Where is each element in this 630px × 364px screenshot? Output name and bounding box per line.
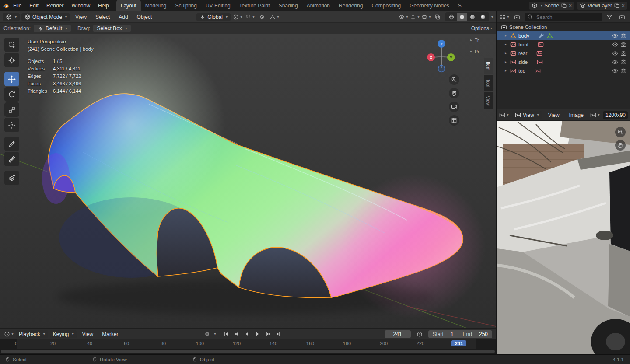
disclosure-icon[interactable]: ▸: [504, 52, 508, 55]
image-editor-type-button[interactable]: ▾: [499, 111, 509, 119]
toggle-xray-button[interactable]: [432, 13, 443, 21]
ortho-toggle-button[interactable]: [449, 115, 459, 126]
search-input[interactable]: [536, 14, 599, 20]
snap-magnet-button[interactable]: ▾: [245, 13, 255, 21]
axis-negz-handle[interactable]: [438, 66, 445, 72]
collapsed-panel-pr[interactable]: ▸ Pr: [469, 49, 480, 54]
image-mode-selector[interactable]: View ▾: [512, 111, 542, 119]
menu-file[interactable]: File: [9, 1, 25, 10]
start-frame-field[interactable]: Start 1: [428, 330, 458, 338]
workspace-tab-layout[interactable]: Layout: [116, 0, 141, 11]
menu-select[interactable]: Select: [92, 13, 113, 21]
shading-rendered-button[interactable]: [478, 13, 488, 21]
zoom-button[interactable]: [449, 74, 459, 85]
pan-hand-button[interactable]: [449, 88, 459, 98]
scene-selector[interactable]: ▾ Scene ×: [529, 2, 574, 10]
render-camera-icon[interactable]: [620, 33, 626, 39]
image-menu-view[interactable]: View: [545, 111, 563, 119]
workspace-tab-compositing[interactable]: Compositing: [367, 0, 405, 11]
disclosure-icon[interactable]: ▸: [504, 69, 508, 73]
menu-render[interactable]: Render: [42, 1, 67, 10]
sidebar-tab-tool[interactable]: Tool: [484, 75, 493, 91]
workspace-tab-rendering[interactable]: Rendering: [334, 0, 367, 11]
outliner-row-scene-collection[interactable]: Scene Collection: [497, 23, 630, 32]
workspace-tab-texture-paint[interactable]: Texture Paint: [235, 0, 274, 11]
hide-eye-icon[interactable]: [612, 68, 618, 74]
outliner-display-mode-button[interactable]: [512, 13, 522, 21]
select-box-tool[interactable]: [4, 38, 19, 52]
proportional-falloff-button[interactable]: ▾: [269, 13, 280, 21]
jump-to-start-button[interactable]: [221, 330, 231, 339]
hide-eye-icon[interactable]: [612, 33, 618, 39]
filter-button[interactable]: [604, 13, 615, 21]
camera-view-button[interactable]: [449, 102, 459, 112]
workspace-tab-animation[interactable]: Animation: [302, 0, 334, 11]
outliner-row-rear[interactable]: ▸ rear: [497, 49, 630, 58]
disclosure-icon[interactable]: ▸: [504, 34, 508, 38]
pivot-point-button[interactable]: ▾: [232, 13, 243, 21]
render-camera-icon[interactable]: [620, 68, 626, 74]
outliner-editor-type-button[interactable]: ▾: [499, 13, 510, 21]
keying-dropdown[interactable]: Keying ▾: [50, 330, 77, 338]
shading-solid-button[interactable]: [457, 13, 467, 21]
end-frame-field[interactable]: End 250: [458, 330, 492, 338]
3d-viewport[interactable]: User Perspective (241) Scene Collection …: [0, 34, 496, 328]
workspace-tab-modeling[interactable]: Modeling: [141, 0, 171, 11]
browse-image-button[interactable]: ▾: [590, 111, 600, 119]
annotate-tool[interactable]: [4, 136, 19, 151]
sidebar-tab-view[interactable]: View: [484, 92, 493, 110]
car-model[interactable]: [37, 34, 486, 318]
timeline-scrollbar[interactable]: [0, 349, 496, 354]
disclosure-icon[interactable]: ▸: [504, 43, 508, 46]
shading-dropdown-icon[interactable]: ▾: [491, 15, 493, 19]
timeline-menu-view[interactable]: View: [78, 330, 97, 338]
image-menu-image[interactable]: Image: [566, 111, 587, 119]
workspace-tab-uv-editing[interactable]: UV Editing: [201, 0, 235, 11]
image-zoom-button[interactable]: [615, 127, 626, 137]
shading-material-button[interactable]: [467, 13, 478, 21]
unlink-scene-icon[interactable]: ×: [569, 3, 572, 8]
play-reverse-button[interactable]: [242, 330, 252, 339]
mode-selector[interactable]: Object Mode ▾: [21, 13, 70, 21]
hide-eye-icon[interactable]: [612, 59, 618, 65]
collapsed-panel-tr[interactable]: ▸ Tr: [469, 38, 479, 43]
prev-keyframe-button[interactable]: [232, 330, 242, 339]
orientation-dropdown[interactable]: Default ▾: [34, 24, 71, 32]
render-camera-icon[interactable]: [620, 50, 626, 56]
move-tool[interactable]: [4, 72, 19, 86]
auto-keying-button[interactable]: [203, 330, 212, 339]
menu-add[interactable]: Add: [115, 13, 131, 21]
editor-type-button[interactable]: ▾: [3, 13, 20, 21]
remove-viewlayer-icon[interactable]: ×: [622, 3, 625, 8]
workspace-tab-sculpting[interactable]: Sculpting: [171, 0, 201, 11]
workspace-tab-scripting[interactable]: S: [454, 0, 466, 11]
next-keyframe-button[interactable]: [263, 330, 273, 339]
options-dropdown[interactable]: Options ▾: [471, 25, 492, 32]
menu-view[interactable]: View: [72, 13, 90, 21]
show-overlays-button[interactable]: ▾: [421, 13, 431, 21]
shading-wireframe-button[interactable]: [446, 13, 457, 21]
scrollbar-handle[interactable]: [1, 350, 495, 353]
scale-tool[interactable]: [4, 102, 19, 117]
measure-tool[interactable]: [4, 152, 19, 166]
viewlayer-selector[interactable]: ViewLayer ×: [577, 2, 627, 10]
rotate-tool[interactable]: [4, 87, 19, 102]
image-pan-hand-button[interactable]: [615, 140, 626, 150]
new-scene-icon[interactable]: [561, 3, 567, 9]
navigation-gizmo[interactable]: Z X Y: [425, 38, 458, 74]
menu-edit[interactable]: Edit: [25, 1, 42, 10]
workspace-tab-shading[interactable]: Shading: [274, 0, 302, 11]
playback-dropdown[interactable]: Playback ▾: [16, 330, 48, 338]
object-visibility-button[interactable]: ▾: [398, 13, 409, 21]
disclosure-icon[interactable]: ▸: [504, 60, 508, 64]
menu-window[interactable]: Window: [67, 1, 94, 10]
timeline-editor-type-button[interactable]: ▾: [4, 330, 14, 339]
transform-tool[interactable]: [4, 118, 19, 132]
drag-dropdown[interactable]: Select Box ▾: [93, 24, 130, 32]
workspace-tab-geometry-nodes[interactable]: Geometry Nodes: [405, 0, 454, 11]
new-viewlayer-icon[interactable]: [614, 3, 620, 9]
render-camera-icon[interactable]: [620, 59, 626, 65]
proportional-edit-button[interactable]: [257, 13, 267, 21]
menu-help[interactable]: Help: [94, 1, 113, 10]
use-preview-range-button[interactable]: [414, 330, 425, 339]
